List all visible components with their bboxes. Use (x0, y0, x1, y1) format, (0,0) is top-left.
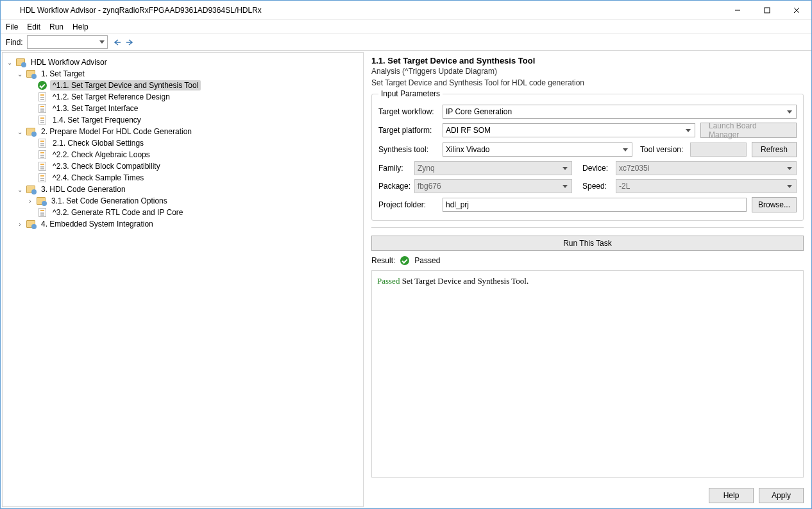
chevron-down-icon[interactable]: ⌄ (15, 71, 24, 78)
chevron-down-icon[interactable]: ⌄ (15, 128, 24, 135)
folder-icon (26, 219, 36, 229)
platform-select[interactable]: ADI RF SOM (443, 123, 695, 137)
find-label: Find: (6, 38, 23, 47)
tree-root[interactable]: HDL Workflow Advisor (28, 57, 110, 67)
tree-1[interactable]: 1. Set Target (38, 69, 87, 79)
minimize-button[interactable] (723, 1, 752, 20)
tree-3-2[interactable]: ^3.2. Generate RTL Code and IP Core (50, 207, 186, 218)
platform-label: Target platform: (378, 126, 437, 135)
panel-analysis: Analysis (^Triggers Update Diagram) (365, 67, 810, 78)
titlebar: HDL Workflow Advisor - zynqRadioRxFPGAAD… (1, 1, 811, 20)
tree-4[interactable]: 4. Embedded System Integration (38, 219, 156, 229)
folder-icon (26, 126, 36, 137)
device-select: xc7z035i (616, 161, 797, 175)
speed-label: Speed: (582, 182, 611, 191)
output-text: Set Target Device and Synthesis Tool. (400, 276, 529, 286)
tree-2[interactable]: 2. Prepare Model For HDL Code Generation (38, 126, 194, 137)
refresh-button[interactable]: Refresh (752, 142, 797, 157)
package-label: Package: (378, 182, 409, 191)
workflow-label: Target workflow: (378, 107, 437, 116)
chevron-right-icon[interactable]: › (15, 221, 24, 228)
tree-1-4[interactable]: 1.4. Set Target Frequency (50, 115, 144, 125)
document-icon (37, 173, 47, 183)
menubar: File Edit Run Help (1, 20, 811, 34)
document-icon (37, 207, 47, 218)
main-body: ⌄HDL Workflow Advisor ⌄1. Set Target ^1.… (1, 51, 811, 508)
result-label: Result: (371, 256, 395, 265)
pass-icon (37, 80, 47, 91)
output-box: Passed Set Target Device and Synthesis T… (371, 270, 804, 478)
family-select: Zynq (414, 161, 572, 175)
window-title: HDL Workflow Advisor - zynqRadioRxFPGAAD… (20, 6, 262, 15)
find-combo[interactable] (27, 35, 108, 49)
find-next-button[interactable] (124, 37, 135, 48)
speed-select: -2L (616, 179, 797, 193)
syntool-label: Synthesis tool: (378, 145, 437, 154)
document-icon (37, 92, 47, 102)
run-task-button[interactable]: Run This Task (371, 236, 804, 251)
folder-icon (26, 184, 36, 194)
menu-run[interactable]: Run (49, 22, 63, 31)
device-label: Device: (582, 164, 611, 173)
projfolder-input[interactable]: hdl_prj (443, 198, 747, 212)
document-icon (37, 150, 47, 160)
folder-icon (36, 196, 46, 206)
document-icon (37, 115, 47, 125)
toolversion-label: Tool version: (640, 145, 685, 154)
tree-1-3[interactable]: ^1.3. Set Target Interface (50, 103, 141, 114)
app-window: HDL Workflow Advisor - zynqRadioRxFPGAAD… (0, 0, 812, 509)
detail-pane: 1.1. Set Target Device and Synthesis Too… (365, 52, 810, 507)
close-button[interactable] (782, 1, 811, 20)
tree-1-1[interactable]: ^1.1. Set Target Device and Synthesis To… (50, 80, 201, 91)
window-controls (723, 1, 811, 20)
tree-3[interactable]: 3. HDL Code Generation (38, 184, 128, 194)
syntool-select[interactable]: Xilinx Vivado (443, 142, 632, 157)
svg-rect-1 (765, 8, 770, 13)
pass-icon (400, 256, 409, 265)
toolversion-input (690, 142, 747, 157)
document-icon (37, 138, 47, 148)
family-label: Family: (378, 164, 409, 173)
launch-board-manager-button[interactable]: Launch Board Manager (700, 123, 797, 138)
find-prev-button[interactable] (112, 37, 123, 48)
panel-title: 1.1. Set Target Device and Synthesis Too… (365, 52, 810, 67)
group-legend: Input Parameters (378, 89, 443, 98)
folder-icon (15, 57, 26, 67)
chevron-right-icon[interactable]: › (26, 198, 35, 205)
package-select: fbg676 (414, 179, 572, 193)
tree-2-2[interactable]: ^2.2. Check Algebraic Loops (50, 150, 153, 160)
maximize-button[interactable] (752, 1, 782, 20)
divider (371, 227, 804, 228)
folder-icon (26, 69, 36, 79)
apply-button[interactable]: Apply (759, 488, 804, 503)
menu-file[interactable]: File (6, 22, 18, 31)
tree: ⌄HDL Workflow Advisor ⌄1. Set Target ^1.… (3, 53, 363, 234)
chevron-down-icon[interactable]: ⌄ (15, 186, 24, 193)
browse-button[interactable]: Browse... (752, 197, 797, 212)
result-status: Passed (414, 256, 440, 265)
tree-3-1[interactable]: 3.1. Set Code Generation Options (49, 196, 170, 206)
workflow-select[interactable]: IP Core Generation (443, 105, 797, 119)
chevron-down-icon[interactable]: ⌄ (5, 59, 14, 66)
tree-1-2[interactable]: ^1.2. Set Target Reference Design (50, 92, 173, 102)
document-icon (37, 161, 47, 171)
output-passed: Passed (377, 276, 400, 286)
document-icon (37, 103, 47, 114)
panel-desc: Set Target Device and Synthesis Tool for… (365, 78, 810, 90)
help-button[interactable]: Help (709, 488, 754, 503)
projfolder-label: Project folder: (378, 200, 437, 209)
footer: Help Apply (365, 484, 810, 507)
menu-edit[interactable]: Edit (27, 22, 40, 31)
app-icon (6, 5, 16, 15)
findbar: Find: (1, 34, 811, 51)
tree-2-3[interactable]: ^2.3. Check Block Compatibility (50, 161, 163, 171)
menu-help[interactable]: Help (72, 22, 89, 31)
tree-2-1[interactable]: 2.1. Check Global Settings (50, 138, 146, 148)
tree-2-4[interactable]: ^2.4. Check Sample Times (50, 173, 146, 183)
tree-pane[interactable]: ⌄HDL Workflow Advisor ⌄1. Set Target ^1.… (2, 52, 364, 507)
input-parameters-group: Input Parameters Target workflow: IP Cor… (371, 94, 804, 221)
